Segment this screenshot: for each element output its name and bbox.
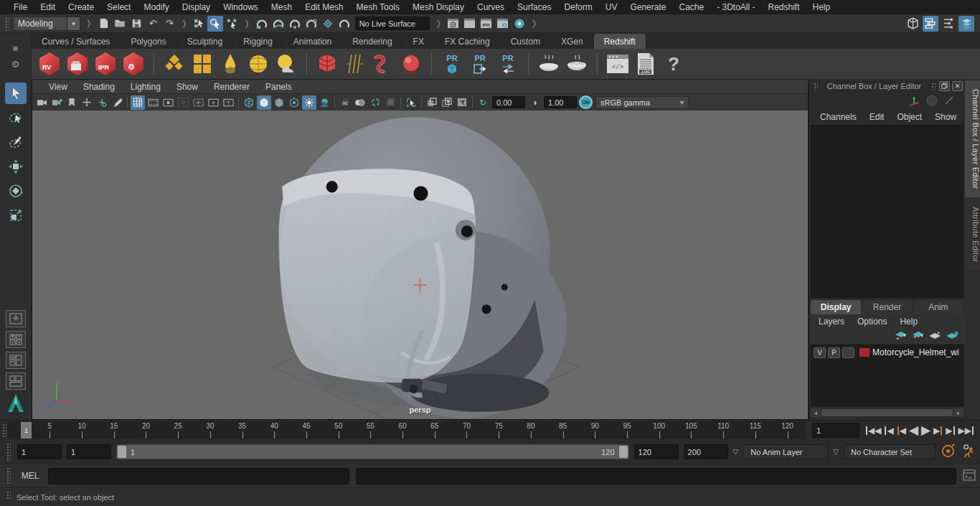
single-pane-layout-button[interactable] xyxy=(6,310,26,327)
select-object-icon[interactable] xyxy=(207,16,223,32)
anim-layer-caret-icon[interactable]: ▽ xyxy=(733,448,739,456)
current-frame-field[interactable] xyxy=(812,423,859,438)
viewport-menu-item[interactable]: Lighting xyxy=(123,82,169,92)
layer-editor-menu-item[interactable]: Options xyxy=(851,317,893,327)
xray-display-icon[interactable] xyxy=(353,95,367,110)
step-forward-frame-button[interactable]: ▶ xyxy=(946,426,955,435)
layer-display-type-toggle[interactable] xyxy=(842,347,854,358)
redo-icon[interactable]: ↷ xyxy=(161,16,177,32)
shelf-tab[interactable]: FX xyxy=(403,34,435,49)
shelf-tab[interactable]: Custom xyxy=(501,34,551,49)
scale-tool[interactable] xyxy=(5,205,27,226)
menu-item[interactable]: Edit Mesh xyxy=(298,1,349,13)
float-panel-icon[interactable] xyxy=(939,81,950,91)
menu-item[interactable]: Help xyxy=(806,1,837,13)
shadows-icon[interactable] xyxy=(317,95,331,110)
bookmark-icon[interactable] xyxy=(65,95,79,110)
menu-item[interactable]: Cache xyxy=(672,1,710,13)
drag-grip[interactable] xyxy=(6,467,11,485)
go-to-end-button[interactable]: ▶▶ xyxy=(958,426,974,435)
paint-effects-display-icon[interactable] xyxy=(404,95,418,110)
exposure-field[interactable] xyxy=(492,96,525,108)
log-file-icon[interactable]: .LOG xyxy=(633,52,658,76)
new-scene-icon[interactable] xyxy=(95,16,111,32)
scrollbar-thumb[interactable] xyxy=(821,409,953,416)
menu-item[interactable]: Modify xyxy=(137,1,175,13)
redshift-renderview-icon[interactable]: RV xyxy=(37,52,62,76)
channel-manip-invert-icon[interactable] xyxy=(943,95,955,108)
layer-editor-menu-item[interactable]: Help xyxy=(893,317,924,327)
play-forwards-button[interactable]: ▶ xyxy=(921,424,930,436)
playback-start-field[interactable] xyxy=(67,444,111,459)
range-start-handle[interactable] xyxy=(118,446,126,458)
move-layer-up-icon[interactable] xyxy=(895,331,908,342)
playback-end-field[interactable] xyxy=(634,444,679,459)
snap-to-grid-icon[interactable] xyxy=(254,16,270,32)
script-window-icon[interactable]: </> xyxy=(606,52,630,76)
menu-item[interactable]: Mesh Tools xyxy=(350,1,406,13)
anim-layer-dropdown[interactable]: No Anim Layer xyxy=(743,444,828,459)
drag-grip[interactable] xyxy=(4,17,9,30)
textured-display-icon[interactable] xyxy=(287,95,301,110)
shelf-gear-icon[interactable]: ⚙ xyxy=(11,59,20,70)
two-d-pan-zoom-icon[interactable] xyxy=(95,95,109,110)
snap-to-projected-center-icon[interactable] xyxy=(303,16,319,32)
menu-item[interactable]: Curves xyxy=(471,1,511,13)
rs-proxy-sphere-icon[interactable] xyxy=(399,52,423,76)
group-collapse-icon[interactable]: ❭ xyxy=(433,19,445,28)
timeline-ruler[interactable]: 5 10 15 20 25 30 35 xyxy=(8,421,805,439)
channel-box-menu-item[interactable]: Channels xyxy=(814,112,863,122)
auto-keyframe-icon[interactable] xyxy=(941,444,956,461)
gate-mask-icon[interactable] xyxy=(176,95,190,110)
preferences-character-icon[interactable] xyxy=(961,444,976,461)
viewport-canvas[interactable]: persp y x z xyxy=(32,111,808,419)
drag-grip[interactable] xyxy=(6,442,11,462)
new-layer-from-selected-icon[interactable] xyxy=(947,331,959,342)
current-frame-marker[interactable]: 1 xyxy=(21,422,32,439)
xray-joints-icon[interactable]: ☠ xyxy=(338,95,352,110)
layer-row[interactable]: V P Motorcycle_Helmet_wi xyxy=(811,345,963,360)
move-layer-down-icon[interactable] xyxy=(913,331,925,342)
shelf-tab[interactable]: XGen xyxy=(551,34,594,49)
wireframe-display-icon[interactable] xyxy=(242,95,256,110)
menu-item[interactable]: Windows xyxy=(217,1,265,13)
menu-item[interactable]: Redshift xyxy=(762,1,806,13)
menu-item[interactable]: Mesh xyxy=(265,1,298,13)
character-set-caret-icon[interactable]: ▽ xyxy=(833,448,839,456)
flat-shade-icon[interactable] xyxy=(272,95,286,110)
command-input[interactable] xyxy=(48,468,349,484)
channel-box-menu-item[interactable]: Object xyxy=(890,112,928,122)
tool-settings-icon[interactable] xyxy=(941,16,956,32)
shelf-tab[interactable]: Curves / Surfaces xyxy=(32,34,121,49)
range-slider[interactable]: 1 120 xyxy=(116,444,629,459)
grid-toggle-icon[interactable] xyxy=(131,95,145,110)
select-tool[interactable] xyxy=(5,83,27,104)
menu-set-caret-icon[interactable]: ▾ xyxy=(67,17,80,31)
shelf-menu-icon[interactable]: ≡ xyxy=(13,43,19,54)
rs-curve-icon[interactable] xyxy=(371,52,395,76)
shelf-tab[interactable]: Rigging xyxy=(233,34,283,49)
menu-item[interactable]: Mesh Display xyxy=(406,1,471,13)
menu-item[interactable]: Edit xyxy=(34,1,62,13)
snap-to-point-icon[interactable] xyxy=(287,16,303,32)
redshift-help-icon[interactable]: ? xyxy=(661,52,686,76)
image-plane-display-icon[interactable] xyxy=(455,95,469,110)
viewport-menu-item[interactable]: Renderer xyxy=(206,82,258,92)
save-scene-icon[interactable] xyxy=(128,16,144,32)
layer-editor-menu-item[interactable]: Layers xyxy=(812,317,851,327)
use-all-lights-icon[interactable] xyxy=(302,95,316,110)
isolate-selected-view-icon[interactable] xyxy=(440,95,454,110)
image-plane-icon[interactable] xyxy=(80,95,94,110)
channel-list-area[interactable] xyxy=(811,125,963,298)
command-line-mode[interactable]: MEL xyxy=(19,471,42,481)
step-back-frame-button[interactable]: ◀ xyxy=(884,426,893,435)
make-live-icon[interactable] xyxy=(320,16,336,32)
open-scene-icon[interactable] xyxy=(112,16,128,32)
gamma-field[interactable] xyxy=(544,96,577,108)
command-result-field[interactable] xyxy=(356,468,956,484)
pr-convert-icon[interactable]: PR xyxy=(496,52,520,76)
group-collapse-icon[interactable]: ❭ xyxy=(178,19,190,28)
pr-proxy-icon[interactable]: PR xyxy=(440,52,464,76)
smooth-shade-icon[interactable] xyxy=(257,95,271,110)
film-gate-icon[interactable] xyxy=(146,95,160,110)
